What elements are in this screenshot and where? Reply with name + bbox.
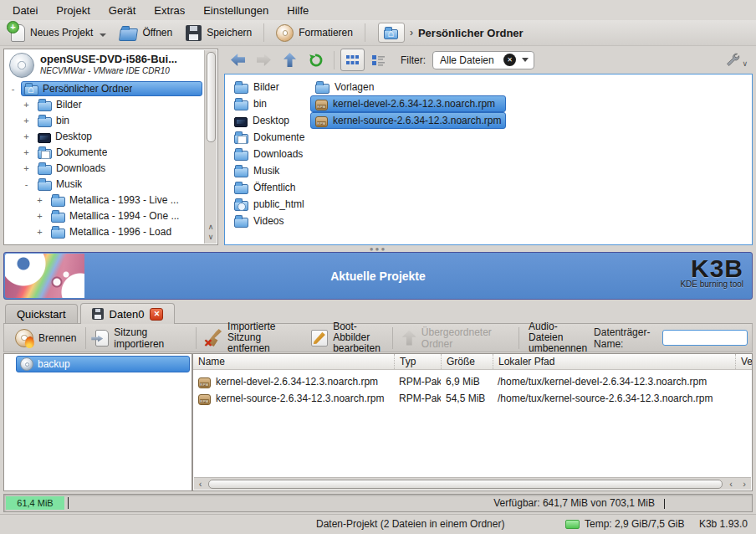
device-tree-item[interactable]: + Desktop [4, 128, 217, 144]
project-tab[interactable]: Quickstart [5, 304, 78, 323]
format-button[interactable]: Formatieren [270, 23, 359, 44]
scroll-up-icon[interactable]: ∧ [208, 222, 214, 232]
device-tree-item[interactable]: - Persönlicher Ordner [4, 80, 217, 96]
capacity-bar: 61,4 MiB Verfügbar: 641,7 MiB von 703,1 … [3, 494, 753, 512]
file-item[interactable]: Downloads [229, 146, 310, 162]
open-button[interactable]: Öffnen [114, 23, 178, 43]
cd-drive-icon [9, 53, 34, 78]
file-item[interactable]: Musik [229, 162, 310, 179]
column-header-path[interactable]: Lokaler Pfad [493, 354, 735, 369]
scroll-down-icon[interactable]: ∨ [208, 232, 214, 242]
import-session-button[interactable]: Sitzung importieren [89, 325, 193, 352]
toolbar-separator [518, 327, 519, 349]
k3b-window: DateiProjektGerätExtrasEinstellungenHilf… [0, 0, 756, 534]
expander-toggle[interactable]: + [34, 211, 45, 221]
new-project-label: Neues Projekt [30, 27, 93, 39]
expander-toggle[interactable]: + [34, 195, 45, 205]
device-tree-item[interactable]: + Metallica - 1996 - Load [4, 223, 217, 239]
table-row[interactable]: kernel-source-2.6.34-12.3.noarch.rpm RPM… [193, 390, 752, 407]
project-item-label: backup [38, 358, 70, 370]
column-header-type[interactable]: Typ [394, 354, 441, 369]
filter-combobox[interactable]: Alle Dateien ✕ [432, 51, 534, 69]
file-item-label: Vorlagen [335, 81, 374, 93]
reload-button[interactable] [304, 49, 328, 71]
expander-toggle[interactable]: - [8, 84, 18, 94]
burn-button[interactable]: Brennen [8, 327, 83, 349]
save-button[interactable]: Speichern [180, 23, 258, 43]
expander-toggle[interactable]: + [21, 131, 32, 141]
home-button[interactable] [378, 23, 405, 43]
column-header-link[interactable]: Verknü [735, 354, 752, 369]
file-icon [234, 201, 248, 211]
chevron-down-icon: ∨ [742, 59, 748, 68]
file-item[interactable]: Bilder [229, 79, 310, 95]
file-item[interactable]: Vorlagen [310, 79, 506, 95]
device-tree-item[interactable]: - Musik [4, 176, 217, 192]
filter-label: Filter: [401, 54, 426, 66]
file-item[interactable]: Dokumente [229, 129, 310, 146]
forward-button[interactable] [252, 49, 276, 71]
file-item[interactable]: Desktop [229, 112, 310, 129]
tree-item-label: Metallica - 1994 - One ... [69, 210, 179, 222]
project-tab[interactable]: Daten0 ✕ [80, 303, 176, 324]
device-tree-item[interactable]: + Bilder [4, 96, 217, 112]
splitter-handle[interactable]: ●●● [0, 245, 756, 252]
file-item[interactable]: Videos [229, 213, 310, 229]
scrollbar-thumb[interactable] [207, 52, 216, 142]
tree-item-label: Musik [56, 178, 82, 190]
column-header-name[interactable]: Name [193, 356, 394, 367]
file-item[interactable]: public_html [229, 196, 310, 213]
toolbar-separator [263, 23, 264, 42]
device-tree-item[interactable]: + Dokumente [4, 144, 217, 160]
browser-options-button[interactable]: ∨ [725, 52, 751, 68]
broom-icon [206, 329, 222, 347]
scrollbar-thumb[interactable] [208, 480, 723, 489]
menubar-item[interactable]: Extras [145, 2, 194, 19]
rename-audio-button[interactable]: Audio-Dateien umbenennen [522, 320, 594, 357]
tree-item-label: bin [56, 115, 69, 126]
device-entry[interactable]: openSUSE-DVD-i586-Bui... NECVMWar - VMwa… [4, 49, 217, 80]
edit-boot-images-button[interactable]: Boot-Abbilder bearbeiten [304, 320, 390, 357]
menubar-item[interactable]: Einstellungen [194, 2, 278, 19]
menubar-item[interactable]: Datei [3, 2, 47, 19]
scroll-left-icon[interactable]: ‹ [724, 479, 738, 490]
expander-toggle[interactable]: + [21, 116, 32, 126]
clear-filter-icon[interactable]: ✕ [503, 54, 516, 66]
remove-imported-session-button[interactable]: Importierte Sitzung entfernen [199, 320, 304, 357]
file-item[interactable]: bin [229, 95, 310, 112]
menubar-item[interactable]: Hilfe [278, 2, 318, 19]
up-button[interactable] [278, 49, 302, 71]
expander-toggle[interactable]: + [21, 100, 32, 110]
expander-toggle[interactable]: + [21, 163, 32, 173]
project-view: backup Name Typ Größe Lokaler Pfad Verkn… [3, 352, 753, 492]
device-tree-item[interactable]: + Downloads [4, 160, 217, 176]
scroll-left-icon[interactable]: ‹ [194, 479, 207, 490]
file-item[interactable]: Öffentlich [229, 179, 310, 196]
file-item[interactable]: kernel-source-2.6.34-12.3.noarch.rpm [310, 112, 506, 129]
icon-view-button[interactable] [340, 49, 365, 71]
back-button[interactable] [226, 49, 250, 71]
expander-toggle[interactable]: + [21, 147, 32, 157]
device-tree-item[interactable]: + Metallica - 1994 - One ... [4, 208, 217, 223]
scroll-right-icon[interactable]: › [738, 479, 751, 490]
detail-view-button[interactable] [366, 49, 391, 71]
expander-toggle[interactable]: + [34, 227, 45, 237]
new-project-button[interactable]: Neues Projekt [5, 23, 112, 44]
forward-arrow-icon [257, 54, 271, 66]
project-tree-panel: backup [3, 353, 192, 491]
vertical-scrollbar[interactable]: ∧ ∨ [204, 50, 217, 244]
menubar-item[interactable]: Gerät [100, 2, 146, 19]
close-icon[interactable]: ✕ [150, 308, 163, 321]
file-item[interactable]: kernel-devel-2.6.34-12.3.noarch.rpm [310, 95, 506, 112]
device-tree-item[interactable]: + bin [4, 112, 217, 128]
expander-toggle[interactable]: - [21, 179, 32, 189]
device-tree-item[interactable]: + Metallica - 1993 - Live ... [4, 192, 217, 208]
table-row[interactable]: kernel-devel-2.6.34-12.3.noarch.rpm RPM-… [193, 373, 752, 390]
volume-name-input[interactable] [662, 330, 748, 346]
back-arrow-icon [231, 54, 245, 66]
menubar-item[interactable]: Projekt [47, 2, 99, 19]
horizontal-scrollbar[interactable]: ‹ ‹ › [194, 477, 751, 490]
column-header-size[interactable]: Größe [441, 354, 493, 369]
parent-folder-button[interactable]: Übergeordneter Ordner [396, 325, 516, 352]
project-tree-item[interactable]: backup [16, 356, 190, 372]
